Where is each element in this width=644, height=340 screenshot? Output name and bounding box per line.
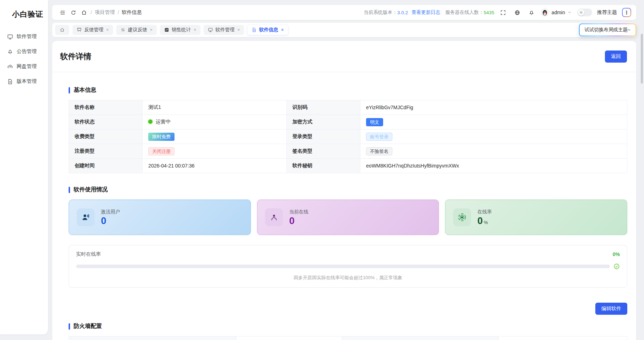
user-menu[interactable]: admin [541,8,571,17]
close-tab-icon[interactable]: × [150,27,152,32]
breadcrumb-separator: / [91,10,92,15]
stat-card-active-users: 激活用户 0 [69,200,251,235]
cloud-upload-icon [7,64,13,70]
chart-icon [164,27,169,32]
tab-bar: 反馈管理 × 建议反馈 × 销售统计 × 软件管理 × 软件信息 × [52,23,636,37]
sidebar-item-netdisk[interactable]: 网盘管理 [0,59,48,74]
edit-software-button[interactable]: 编辑软件 [595,303,627,315]
person-icon [265,208,283,226]
sidebar-item-label: 网盘管理 [17,63,37,70]
table-row: 注册类型 关闭注册 签名类型 不验签名 [69,144,627,159]
ip-detect-value: 关闭 [499,336,627,340]
sidebar-menu: 软件管理 公告管理 网盘管理 版本管理 [0,29,48,89]
fee-badge: 限时免费 [148,133,175,141]
stat-value: 0 [101,216,120,226]
sidebar-item-label: 软件管理 [17,33,37,40]
theme-tooltip-text: 试试切换布局或主题~ [580,24,635,36]
stat-cards: 激活用户 0 当前在线 0 [69,200,627,235]
theme-toggle[interactable] [577,9,592,16]
sidebar-item-software[interactable]: 软件管理 [0,29,48,44]
table-row: 创建时间 2026-04-21 00:07:36 软件秘钥 eoWM8KIGH7… [69,159,627,173]
field-label: 收费类型 [69,129,143,144]
tab-label: 软件信息 [259,27,278,33]
fee-type-value: 限时免费 [143,129,286,144]
notifications-button[interactable] [526,7,537,18]
stat-label: 激活用户 [101,209,120,215]
close-tab-icon[interactable]: × [237,27,240,32]
sidebar-item-label: 版本管理 [17,78,37,85]
collapse-sidebar-button[interactable] [57,7,68,18]
table-row: 收费类型 限时免费 登录类型 账号登录 [69,129,627,144]
field-label: 加密方式 [286,115,360,129]
fullscreen-button[interactable] [498,7,509,18]
close-tab-icon[interactable]: × [281,27,284,32]
page-scrollbar[interactable] [641,34,643,84]
stat-label: 在线率 [477,209,492,215]
sidebar: 小白验证 软件管理 公告管理 网盘管理 版本管理 [0,0,48,334]
document-icon [252,27,257,32]
table-row: 软件名称 测试1 识别码 eYizRlibGv7MJCdFig [69,100,627,115]
content-card: 软件详情 返回 基本信息 软件名称 测试1 识别码 eYizRlibGv7MJC… [52,41,636,340]
system-version-value: 3.0.2 [397,10,408,15]
tab-sales-stats[interactable]: 销售统计 × [160,25,200,35]
tab-software-info-active[interactable]: 软件信息 × [247,25,288,35]
section-firewall: 防火墙配置 [69,323,627,330]
sidebar-item-label: 公告管理 [17,48,37,55]
field-label: 创建时间 [69,159,143,173]
login-badge: 账号登录 [366,133,392,141]
tab-label: 建议反馈 [128,27,147,33]
created-time-value: 2026-04-21 00:07:36 [143,159,286,173]
stat-card-online-rate: 在线率 0% [445,200,627,235]
theme-tooltip: 试试切换布局或主题~ [579,23,636,36]
register-badge: 关闭注册 [148,147,175,155]
username: admin [552,10,565,15]
section-basic-info: 基本信息 [69,86,627,94]
page-title-row: 软件详情 返回 [52,41,636,72]
refresh-button[interactable] [68,7,79,18]
breadcrumb-item-project[interactable]: 项目管理 [95,9,115,16]
status-dot-green [148,119,152,124]
qq-penguin-icon [541,9,548,16]
secret-key-value: eoWM8KIGH7nqDhzIutsHyfBimpyvmXWx [360,159,627,173]
login-type-value: 账号登录 [360,129,627,144]
swap-arrows-icon [120,27,125,32]
stat-label: 当前在线 [289,209,308,215]
software-status-value: 运营中 [143,115,286,129]
sidebar-item-version[interactable]: 版本管理 [0,74,48,89]
breadcrumb-home-button[interactable] [79,7,89,18]
module-switch-value: 关闭 [236,336,342,340]
section-title: 防火墙配置 [74,323,102,330]
server-online-count: 5435 [484,10,494,15]
top-header: / 项目管理 / 软件信息 当前系统版本： 3.0.2 查看更新日志 服务器在线… [52,5,636,20]
back-button[interactable]: 返回 [605,51,627,63]
tab-software-manage[interactable]: 软件管理 × [204,25,244,35]
page-title: 软件详情 [60,51,91,62]
sidebar-item-announcement[interactable]: 公告管理 [0,44,48,59]
tab-label: 软件管理 [215,27,235,33]
more-options-button[interactable]: ⋮ [622,8,631,17]
changelog-link[interactable]: 查看更新日志 [412,9,440,16]
avatar [541,8,549,17]
language-button[interactable] [512,7,523,18]
tab-home[interactable] [55,25,69,35]
stat-card-current-online: 当前在线 0 [257,200,439,235]
sun-icon [578,9,584,16]
close-tab-icon[interactable]: × [194,27,196,32]
tab-feedback-manage[interactable]: 反馈管理 × [73,25,113,35]
tab-suggestion-feedback[interactable]: 建议反馈 × [116,25,157,35]
section-usage: 软件使用情况 [69,186,627,193]
field-label: 注册类型 [69,144,143,159]
fullscreen-icon [500,10,506,16]
breadcrumb-separator: / [118,10,119,15]
field-label: 软件秘钥 [286,159,360,173]
menu-fold-icon [60,10,66,16]
close-tab-icon[interactable]: × [106,27,109,32]
theme-hint-label[interactable]: 推荐主题 [597,9,617,16]
realtime-rate-value: 0% [613,251,620,257]
stat-value: 0% [477,216,492,226]
home-icon [60,27,65,32]
field-label: 识别码 [286,100,360,115]
main-area: / 项目管理 / 软件信息 当前系统版本： 3.0.2 查看更新日志 服务器在线… [52,0,636,340]
stat-value: 0 [289,216,308,226]
home-icon [81,10,87,16]
